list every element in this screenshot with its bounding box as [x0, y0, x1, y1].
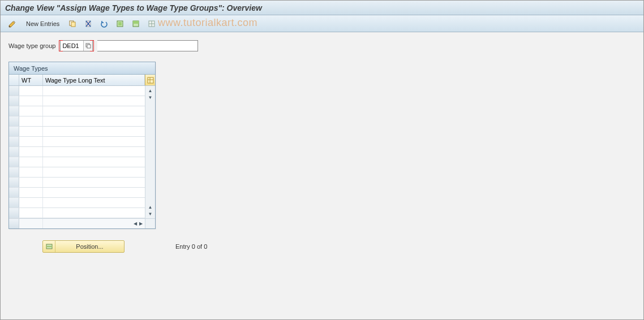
table-row[interactable] — [9, 127, 145, 137]
undo-button[interactable] — [97, 18, 111, 29]
grid-select-all-header[interactable] — [9, 75, 19, 85]
grid-title: Wage Types — [9, 62, 155, 75]
table-row[interactable] — [9, 96, 145, 106]
scroll-down-arrow-bottom[interactable]: ▼ — [147, 210, 154, 217]
table-row[interactable] — [9, 188, 145, 198]
scroll-right-arrow[interactable]: ▶ — [139, 221, 143, 226]
svg-rect-6 — [118, 22, 122, 25]
svg-rect-8 — [133, 21, 139, 24]
bottom-row: Position... Entry 0 of 0 — [8, 240, 636, 253]
table-row[interactable] — [9, 157, 145, 167]
wage-type-group-label: Wage type group — [8, 42, 55, 49]
title-bar: Change View "Assign Wage Types to Wage T… — [1, 1, 643, 15]
toggle-change-button[interactable] — [5, 18, 20, 29]
pencil-toggle-icon — [8, 19, 17, 28]
grid-body: ▲ ▼ ▲ ▼ — [9, 86, 155, 218]
select-block-icon — [132, 20, 140, 28]
table-row[interactable] — [9, 86, 145, 96]
position-label: Position... — [55, 243, 124, 250]
scroll-left-arrow[interactable]: ◀ — [134, 221, 137, 226]
page-title: Change View "Assign Wage Types to Wage T… — [5, 3, 262, 12]
copy-icon — [68, 20, 76, 28]
svg-rect-13 — [87, 45, 91, 48]
table-row[interactable] — [9, 198, 145, 208]
toolbar: New Entries www.tutorialkart.com — [1, 15, 643, 32]
deselect-all-button[interactable] — [145, 18, 158, 29]
scroll-down-arrow[interactable]: ▼ — [147, 94, 154, 101]
table-row[interactable] — [9, 106, 145, 116]
grid-column-wt[interactable]: WT — [19, 75, 43, 85]
search-help-icon — [85, 43, 91, 49]
position-button[interactable]: Position... — [42, 240, 124, 253]
table-row[interactable] — [9, 137, 145, 147]
grid-rows — [9, 86, 145, 218]
input-focus-indicator — [60, 40, 93, 51]
wage-type-group-field-row: Wage type group — [8, 40, 636, 51]
delete-icon — [84, 20, 92, 28]
wage-type-group-input[interactable] — [61, 41, 83, 51]
table-row[interactable] — [9, 178, 145, 188]
table-row[interactable] — [9, 208, 145, 218]
copy-as-button[interactable] — [66, 18, 79, 29]
table-settings-icon — [147, 77, 154, 84]
wage-types-grid: Wage Types WT Wage Type Long Text — [8, 62, 156, 229]
table-row[interactable] — [9, 167, 145, 178]
scroll-down-group: ▲ ▼ — [147, 204, 154, 217]
new-entries-label: New Entries — [26, 20, 59, 27]
table-row[interactable] — [9, 147, 145, 157]
entry-counter: Entry 0 of 0 — [175, 243, 207, 250]
svg-rect-1 — [71, 22, 75, 27]
svg-rect-18 — [46, 246, 52, 247]
new-entries-button[interactable]: New Entries — [22, 18, 63, 29]
svg-rect-14 — [148, 77, 153, 83]
grid-header-row: WT Wage Type Long Text — [9, 75, 155, 86]
undo-icon — [100, 20, 108, 28]
select-block-button[interactable] — [129, 18, 143, 29]
deselect-all-icon — [148, 20, 156, 28]
watermark-text: www.tutorialkart.com — [158, 17, 257, 29]
scroll-up-arrow-bottom[interactable]: ▲ — [147, 204, 154, 210]
position-icon-slot — [43, 241, 55, 252]
wage-type-group-description — [97, 40, 198, 51]
delete-button[interactable] — [81, 18, 95, 29]
table-row[interactable] — [9, 116, 145, 127]
content-area: Wage type group Wage Types WT Wage Type … — [1, 32, 643, 261]
select-all-icon — [116, 20, 124, 28]
scroll-up-group: ▲ ▼ — [147, 87, 154, 101]
grid-column-text[interactable]: Wage Type Long Text — [43, 75, 145, 85]
grid-vertical-scrollbar[interactable]: ▲ ▼ ▲ ▼ — [145, 86, 155, 218]
grid-configure-button[interactable] — [145, 75, 155, 85]
search-help-button[interactable] — [83, 41, 92, 51]
select-all-button[interactable] — [113, 18, 127, 29]
scroll-up-arrow[interactable]: ▲ — [147, 87, 154, 94]
position-icon — [45, 243, 53, 250]
grid-horizontal-scrollbar[interactable]: ◀ ▶ — [9, 218, 155, 228]
wage-type-group-input-wrap — [60, 40, 93, 51]
